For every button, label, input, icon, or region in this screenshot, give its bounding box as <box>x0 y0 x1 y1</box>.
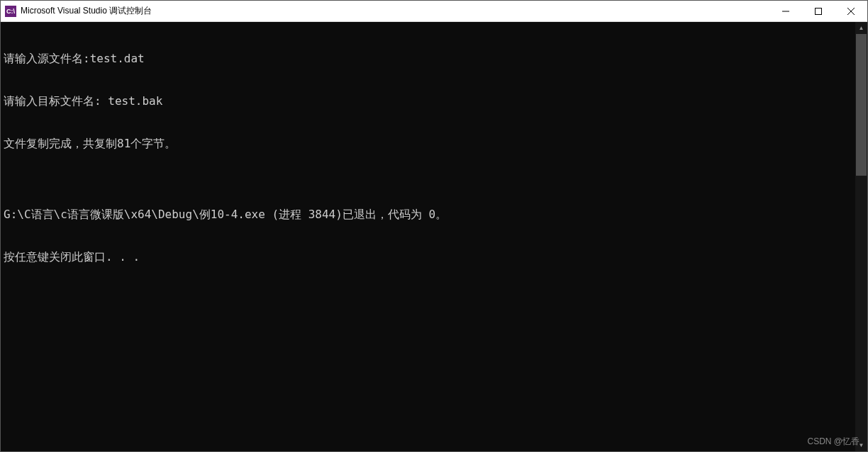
console-line: 按任意键关闭此窗口. . . <box>4 250 852 264</box>
maximize-icon <box>815 8 822 15</box>
window-title: Microsoft Visual Studio 调试控制台 <box>21 5 152 17</box>
watermark: CSDN @忆香 <box>807 436 859 448</box>
titlebar: C:\ Microsoft Visual Studio 调试控制台 <box>1 1 867 22</box>
console-window: C:\ Microsoft Visual Studio 调试控制台 <box>0 0 868 452</box>
svg-rect-1 <box>816 8 822 14</box>
console-line: 请输入源文件名:test.dat <box>4 52 852 66</box>
close-button[interactable] <box>835 1 867 21</box>
console-output[interactable]: 请输入源文件名:test.dat 请输入目标文件名: test.bak 文件复制… <box>1 22 855 451</box>
minimize-button[interactable] <box>769 1 802 21</box>
console-area: 请输入源文件名:test.dat 请输入目标文件名: test.bak 文件复制… <box>1 22 867 451</box>
app-icon-text: C:\ <box>6 8 15 15</box>
console-line: G:\C语言\c语言微课版\x64\Debug\例10-4.exe (进程 38… <box>4 208 852 222</box>
close-icon <box>847 8 855 15</box>
maximize-button[interactable] <box>802 1 835 21</box>
app-icon: C:\ <box>5 6 16 17</box>
minimize-icon <box>782 8 789 15</box>
scrollbar-up-arrow-icon[interactable]: ▲ <box>855 22 867 34</box>
vertical-scrollbar[interactable]: ▲ ▼ <box>855 22 867 451</box>
titlebar-buttons <box>769 1 867 21</box>
console-line: 文件复制完成，共复制81个字节。 <box>4 137 852 151</box>
scrollbar-thumb[interactable] <box>856 34 867 176</box>
console-line: 请输入目标文件名: test.bak <box>4 94 852 108</box>
